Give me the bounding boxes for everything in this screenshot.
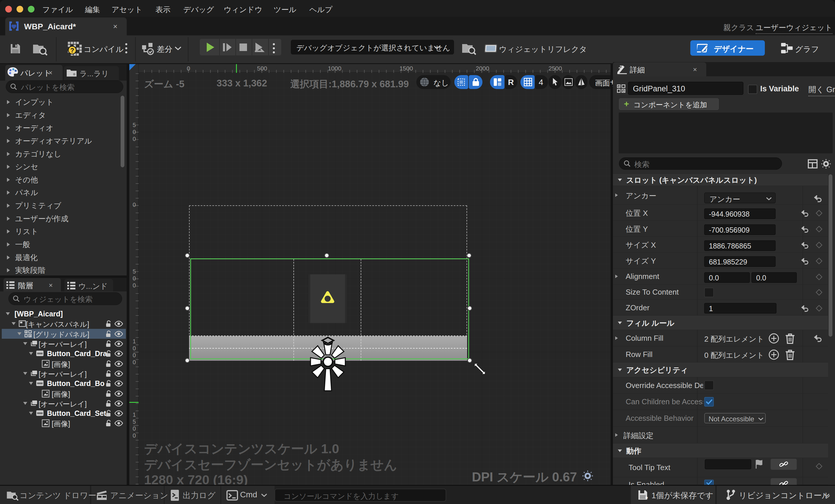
svg-text:*: * — [645, 495, 648, 501]
svg-text:?: ? — [70, 47, 74, 54]
